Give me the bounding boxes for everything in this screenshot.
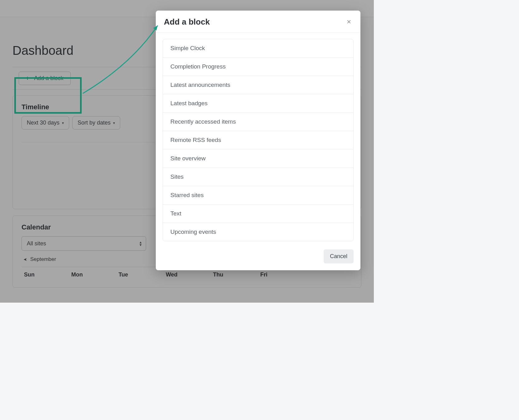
modal-close-button[interactable]: × [345, 17, 352, 27]
block-option-remote-rss[interactable]: Remote RSS feeds [163, 131, 353, 149]
block-option-site-overview[interactable]: Site overview [163, 149, 353, 168]
add-block-modal: Add a block × Simple Clock Completion Pr… [156, 11, 360, 270]
modal-cancel-button[interactable]: Cancel [324, 249, 354, 263]
block-option-sites[interactable]: Sites [163, 168, 353, 186]
block-option-simple-clock[interactable]: Simple Clock [163, 39, 353, 58]
block-option-text[interactable]: Text [163, 205, 353, 223]
modal-title: Add a block [164, 17, 210, 27]
block-option-recently-accessed[interactable]: Recently accessed items [163, 113, 353, 131]
block-list: Simple Clock Completion Progress Latest … [163, 39, 354, 241]
close-icon: × [347, 17, 351, 26]
block-option-upcoming-events[interactable]: Upcoming events [163, 223, 353, 241]
block-option-completion-progress[interactable]: Completion Progress [163, 58, 353, 76]
block-option-latest-badges[interactable]: Latest badges [163, 94, 353, 113]
block-option-starred-sites[interactable]: Starred sites [163, 186, 353, 205]
modal-header: Add a block × [156, 11, 360, 33]
block-option-latest-announcements[interactable]: Latest announcements [163, 76, 353, 94]
